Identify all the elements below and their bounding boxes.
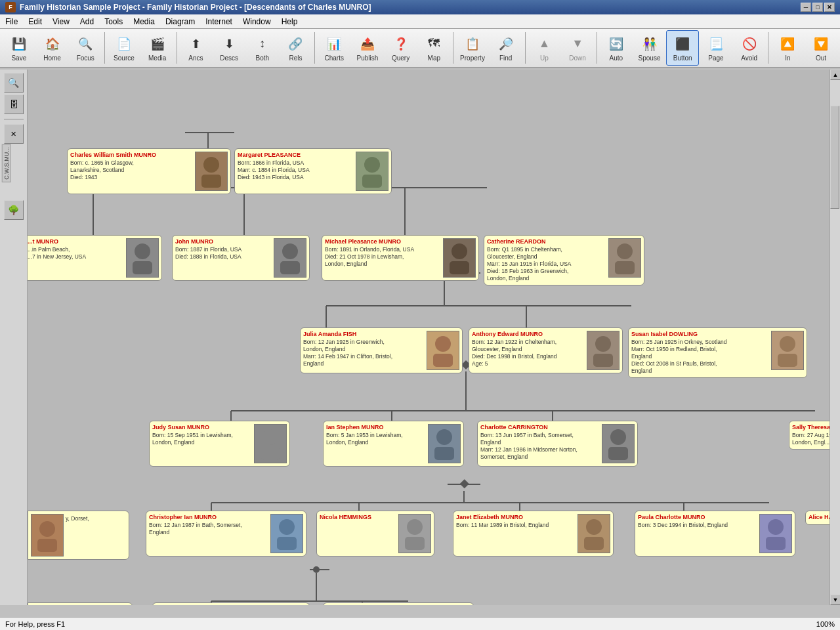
menu-diagram[interactable]: Diagram <box>160 16 200 28</box>
card-catherine[interactable]: Catherine REARDON Born: Q1 1895 in Chelt… <box>484 235 644 285</box>
down-button[interactable]: ▼ Down <box>561 30 594 66</box>
svg-rect-43 <box>450 261 469 274</box>
paula-photo <box>759 514 792 553</box>
card-judy[interactable]: Judy Susan MUNRO Born: 15 Sep 1951 in Le… <box>149 421 290 467</box>
status-bar: For Help, press F1 100% <box>0 617 840 630</box>
rels-label: Rels <box>289 54 302 62</box>
card-julia[interactable]: Julia Amanda FISH Born: 12 Jan 1925 in G… <box>300 327 463 373</box>
find-button[interactable]: 🔎 Find <box>490 30 522 66</box>
map-button[interactable]: 🗺 Map <box>417 30 450 66</box>
focus-button[interactable]: 🔍 Focus <box>69 30 102 66</box>
menu-help[interactable]: Help <box>276 16 303 28</box>
michael-photo <box>443 238 476 278</box>
save-button[interactable]: 💾 Save <box>3 30 35 66</box>
toolbar-separator-6 <box>597 32 597 64</box>
menu-view[interactable]: View <box>47 16 75 28</box>
card-patrick[interactable]: Patrick Christopher MUNRO Born: 17 Dec 2… <box>323 602 474 605</box>
close-button[interactable]: ✕ <box>824 3 835 12</box>
svg-point-60 <box>279 519 295 535</box>
home-button[interactable]: 🏠 Home <box>36 30 69 66</box>
rels-button[interactable]: 🔗 Rels <box>280 30 312 66</box>
charts-button[interactable]: 📊 Charts <box>318 30 350 66</box>
up-label: Up <box>540 54 549 62</box>
julia-photo <box>427 331 459 370</box>
svg-point-36 <box>364 157 380 173</box>
in-button[interactable]: 🔼 In <box>771 30 804 66</box>
menu-file[interactable]: File <box>0 16 23 28</box>
both-label: Both <box>255 54 269 62</box>
left-close-button[interactable]: ✕ <box>4 124 24 144</box>
focus-label: Focus <box>77 54 94 62</box>
card-partial-gen5-left[interactable]: y, Dorset, <box>28 511 129 560</box>
button-button[interactable]: ⬛ Button <box>666 30 699 66</box>
card-ian[interactable]: Ian Stephen MUNRO Born: 5 Jan 1953 in Le… <box>323 421 464 467</box>
card-anthony[interactable]: Anthony Edward MUNRO Born: 12 Jan 1922 i… <box>469 327 623 373</box>
card-nicola[interactable]: Nicola HEMMINGS <box>316 511 434 556</box>
auto-label: Auto <box>610 54 623 62</box>
card-paula[interactable]: Paula Charlotte MUNRO Born: 3 Dec 1994 i… <box>635 511 795 556</box>
svg-rect-67 <box>766 537 786 550</box>
descs-button[interactable]: ⬇ Descs <box>213 30 245 66</box>
left-tree-button[interactable]: 🌳 <box>4 200 24 220</box>
card-charlotte[interactable]: Charlotte CARRINGTON Born: 13 Jun 1957 i… <box>477 421 638 467</box>
card-elizabeth[interactable]: Elizabeth Alice MUNRO Born: 11 Jan 2006 … <box>152 602 310 605</box>
card-charles[interactable]: Charles William Smith MUNRO Born: c. 186… <box>67 148 231 194</box>
margaret-photo <box>356 152 388 191</box>
page-button[interactable]: 📃 Page <box>700 30 732 66</box>
source-label: Source <box>114 54 135 62</box>
minimize-button[interactable]: ─ <box>801 3 811 12</box>
up-button[interactable]: ▲ Up <box>528 30 561 66</box>
svg-point-62 <box>407 519 423 535</box>
both-button[interactable]: ↕ Both <box>246 30 279 66</box>
svg-rect-47 <box>433 354 453 367</box>
auto-button[interactable]: 🔄 Auto <box>600 30 633 66</box>
svg-point-64 <box>586 519 602 535</box>
vscroll-down-button[interactable]: ▼ <box>830 595 840 605</box>
window-controls[interactable]: ─ □ ✕ <box>801 3 835 12</box>
vertical-scrollbar[interactable]: ▲ ▼ <box>830 70 840 605</box>
card-partial-left[interactable]: ...t MUNRO ...in Palm Beach,...7 in New … <box>28 235 162 281</box>
page-icon: 📃 <box>707 35 725 53</box>
card-partial-gen6[interactable]: y, Dorset, <box>28 602 133 605</box>
vscroll-thumb[interactable] <box>830 106 839 209</box>
maximize-button[interactable]: □ <box>812 3 823 12</box>
svg-rect-63 <box>405 537 425 550</box>
left-separator <box>4 119 24 119</box>
spouse-icon: 👫 <box>640 35 659 53</box>
menu-bar: File Edit View Add Tools Media Diagram I… <box>0 14 840 29</box>
toolbar-separator-7 <box>768 32 768 64</box>
left-db-button[interactable]: 🗄 <box>4 94 24 114</box>
christopher-photo <box>270 514 303 553</box>
vscroll-up-button[interactable]: ▲ <box>830 70 840 80</box>
source-button[interactable]: 📄 Source <box>108 30 140 66</box>
out-button[interactable]: 🔽 Out <box>805 30 837 66</box>
spouse-button[interactable]: 👫 Spouse <box>633 30 666 66</box>
card-margaret[interactable]: Margaret PLEASANCE Born: 1866 in Florida… <box>234 148 392 194</box>
home-label: Home <box>43 54 61 62</box>
menu-window[interactable]: Window <box>238 16 276 28</box>
card-alice[interactable]: Alice HAR... <box>805 511 830 525</box>
menu-tools[interactable]: Tools <box>99 16 128 28</box>
ancs-button[interactable]: ⬆ Ancs <box>180 30 213 66</box>
card-susan[interactable]: Susan Isabel DOWLING Born: 25 Jan 1925 i… <box>628 327 807 378</box>
card-janet[interactable]: Janet Elizabeth MUNRO Born: 11 Mar 1989 … <box>453 511 614 556</box>
property-button[interactable]: 📋 Property <box>456 30 489 66</box>
help-text: For Help, press F1 <box>5 620 65 628</box>
menu-edit[interactable]: Edit <box>23 16 47 28</box>
diagram-area[interactable]: Charles William Smith MUNRO Born: c. 186… <box>28 70 830 605</box>
query-button[interactable]: ❓ Query <box>385 30 417 66</box>
card-sally[interactable]: Sally Theresa Born: 27 Aug 1954London, E… <box>789 421 830 450</box>
card-christopher[interactable]: Christopher Ian MUNRO Born: 12 Jan 1987 … <box>146 511 306 556</box>
svg-rect-51 <box>778 354 797 367</box>
media-button[interactable]: 🎬 Media <box>141 30 174 66</box>
left-search-button[interactable]: 🔍 <box>4 73 24 93</box>
title-bar: F Family Historian Sample Project - Fami… <box>0 0 840 14</box>
up-icon: ▲ <box>535 35 553 53</box>
avoid-button[interactable]: 🚫 Avoid <box>733 30 766 66</box>
menu-add[interactable]: Add <box>75 16 99 28</box>
card-john[interactable]: John MUNRO Born: 1887 in Florida, USA Di… <box>172 235 310 281</box>
publish-button[interactable]: 📤 Publish <box>351 30 384 66</box>
menu-media[interactable]: Media <box>128 16 160 28</box>
menu-internet[interactable]: Internet <box>200 16 238 28</box>
card-michael[interactable]: Michael Pleasance MUNRO Born: 1891 in Or… <box>322 235 479 281</box>
